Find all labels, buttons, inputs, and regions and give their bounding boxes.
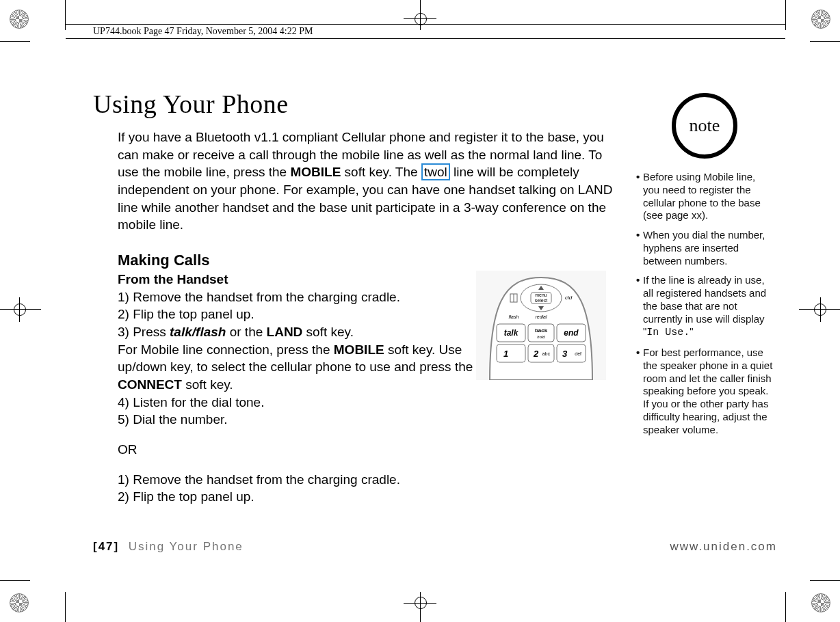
step-text: 5) Dial the number. (118, 411, 501, 429)
registration-mark (814, 303, 826, 316)
section-heading: Making Calls (118, 252, 613, 269)
page-footer: [47] Using Your Phone www.uniden.com (93, 540, 777, 554)
phone-key-3: 3 (562, 349, 568, 359)
land-keyword: LAND (267, 325, 303, 339)
phone-label-cid: cid (565, 295, 573, 301)
intro-text: soft key. The (341, 165, 421, 179)
crop-mark (65, 592, 66, 622)
crop-mark (785, 592, 786, 622)
step-fragment: For Mobile line connection, press the (118, 342, 334, 357)
step-fragment: 3) Press (118, 325, 170, 339)
connect-keyword: CONNECT (118, 377, 182, 392)
crop-mark (810, 580, 840, 581)
step-text: 2) Flip the top panel up. (118, 306, 501, 323)
header-strip-text: UP744.book Page 47 Friday, November 5, 2… (93, 26, 313, 37)
svg-rect-11 (528, 344, 554, 362)
step-text: 1) Remove the handset from the charging … (118, 288, 501, 306)
registration-mark (14, 303, 26, 316)
bullet-icon: • (636, 229, 643, 267)
crop-mark (0, 41, 30, 42)
print-registration-hatch (10, 10, 29, 29)
note-item: •If the line is already in use, all regi… (636, 274, 773, 340)
bullet-icon: • (636, 171, 643, 222)
step-fragment: soft key. (182, 377, 233, 392)
print-registration-hatch (10, 593, 29, 612)
steps-block-1: 1) Remove the handset from the charging … (118, 288, 501, 506)
twol-highlight: twol (421, 163, 450, 180)
note-text: For best performance, use the speaker ph… (643, 347, 773, 436)
mobile-keyword: MOBILE (334, 342, 384, 357)
phone-label-hold: hold (537, 335, 545, 339)
note-item: •When you dial the number, hyphens are i… (636, 229, 773, 267)
crop-mark (785, 0, 786, 30)
footer-left: [47] Using Your Phone (93, 540, 244, 554)
bullet-icon: • (636, 347, 643, 436)
step-text: 2) Flip the top panel up. (118, 488, 501, 506)
crop-mark (0, 580, 30, 581)
print-registration-hatch (811, 10, 830, 29)
step-text: 4) Listen for the dial tone. (118, 394, 501, 411)
footer-url: www.uniden.com (670, 540, 777, 554)
note-fragment: " (690, 325, 693, 337)
header-rule-bottom (66, 38, 785, 39)
phone-label-talk: talk (504, 328, 519, 338)
print-registration-hatch (811, 593, 830, 612)
page-title: Using Your Phone (93, 89, 613, 119)
phone-label-flash: flash (509, 314, 519, 319)
phone-label-redial: redial (535, 314, 547, 319)
phone-key-2: 2 (533, 349, 539, 359)
phone-label-select: select (535, 298, 547, 303)
step-text: 1) Remove the handset from the charging … (118, 471, 501, 489)
step-text: For Mobile line connection, press the MO… (118, 341, 501, 394)
note-text: If the line is already in use, all regis… (643, 274, 773, 340)
crop-mark (810, 41, 840, 42)
bullet-icon: • (636, 274, 643, 340)
phone-label-back: back (535, 327, 548, 334)
step-fragment: or the (226, 325, 266, 339)
note-text: When you dial the number, hyphens are in… (643, 229, 773, 267)
step-text: 3) Press talk/flash or the LAND soft key… (118, 323, 501, 341)
mobile-keyword: MOBILE (290, 165, 341, 179)
footer-chapter-text: Using Your Phone (129, 540, 244, 553)
note-sidebar: note •Before using Mobile line, you need… (636, 93, 773, 443)
phone-key-1: 1 (503, 349, 508, 359)
phone-illustration: menu select cid flash redial talk back h… (475, 270, 607, 381)
note-mono: In Use. (646, 327, 690, 338)
intro-paragraph: If you have a Bluetooth v1.1 compliant C… (93, 129, 613, 234)
phone-key-abc: abc (542, 351, 551, 356)
note-text: Before using Mobile line, you need to re… (643, 171, 773, 222)
footer-chapter: Using Your Phone (124, 540, 244, 553)
note-icon: note (672, 93, 737, 159)
phone-label-end: end (564, 328, 579, 338)
step-fragment: soft key. (302, 325, 354, 339)
note-label: note (690, 116, 720, 136)
note-item: •Before using Mobile line, you need to r… (636, 171, 773, 222)
or-label: OR (118, 441, 501, 459)
talk-flash-keyword: talk/flash (170, 325, 226, 339)
registration-mark (415, 597, 427, 609)
footer-page-number: [47] (93, 540, 119, 553)
header-rule-top (66, 24, 785, 25)
phone-label-menu: menu (535, 293, 547, 297)
phone-key-def: def (575, 351, 581, 356)
note-item: •For best performance, use the speaker p… (636, 347, 773, 436)
note-list: •Before using Mobile line, you need to r… (636, 171, 773, 436)
svg-rect-10 (497, 344, 525, 362)
crop-mark (65, 0, 66, 30)
